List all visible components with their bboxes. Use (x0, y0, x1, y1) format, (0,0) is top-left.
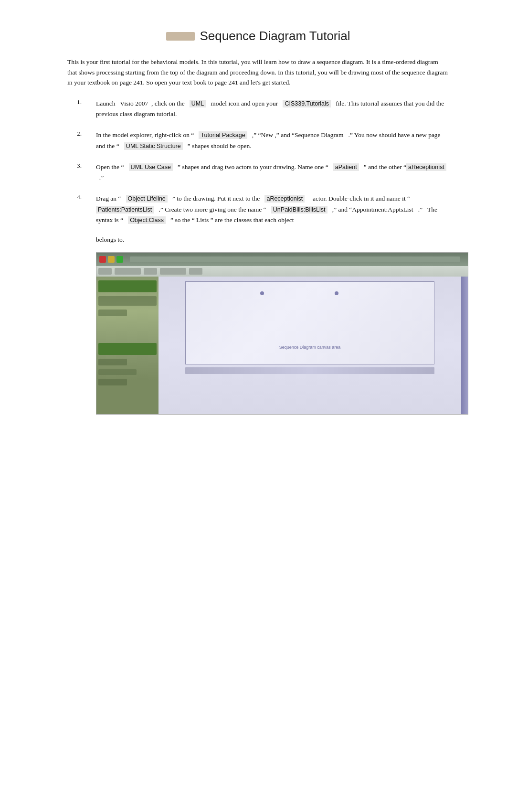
ss-status-bar (185, 367, 434, 374)
screenshot-area: Sequence Diagram canvas area (96, 252, 468, 415)
step-3: 3. Open the “ UML Use Case ” shapes and … (67, 162, 449, 183)
screenshot-bg: Sequence Diagram canvas area (96, 253, 468, 414)
ss-tool-1 (98, 268, 112, 275)
ss-toolbar (96, 266, 468, 277)
step4-unpaid-highlight: UnPaidBills:BillsList (271, 206, 327, 214)
step3-patient-highlight: aPatient (333, 163, 359, 171)
step-3-content: Open the “ UML Use Case ” shapes and dra… (96, 162, 449, 183)
ss-min-btn (108, 256, 115, 263)
step-2-content: In the model explorer, right-click on “ … (96, 130, 449, 151)
page-container: Sequence Diagram Tutorial This is your f… (39, 0, 468, 458)
ss-sidebar-item-1 (98, 280, 157, 292)
ss-dot-1 (260, 291, 264, 295)
ss-sidebar-item-4 (98, 343, 157, 355)
ss-tool-4 (160, 268, 186, 275)
step4-receptionist-highlight: aReceptionist (264, 195, 305, 203)
ss-tool-3 (144, 268, 157, 275)
ss-sidebar-item-6 (98, 369, 137, 375)
page-title: Sequence Diagram Tutorial (200, 29, 350, 43)
step3-receptionist-highlight: aReceptionist (406, 163, 446, 171)
step-1-number: 1. (77, 98, 90, 120)
step-4: 4. Drag an “ Object Lifeline ” to the dr… (67, 193, 449, 225)
step4-syntax-highlight: Object:Class (128, 216, 166, 224)
title-icon (166, 32, 195, 41)
ss-right-border (461, 277, 468, 414)
step4-patients-highlight: Patients:PatientsList (96, 206, 154, 214)
ss-max-btn (116, 256, 123, 263)
step2-package-highlight: Tutorial Package (199, 131, 247, 139)
ss-sidebar-item-3 (98, 310, 127, 316)
step-4-content: Drag an “ Object Lifeline ” to the drawi… (96, 193, 449, 225)
ss-dot-2 (335, 291, 338, 295)
ss-sidebar-item-5 (98, 359, 127, 365)
ss-sidebar-item-7 (98, 379, 127, 385)
step-1: 1. Launch Visio 2007 , click on the UML … (67, 98, 449, 120)
ss-bottom-bar (96, 414, 468, 415)
step4-lifeline-highlight: Object Lifeline (126, 195, 168, 203)
belongs-to-text: belongs to. (67, 236, 449, 244)
ss-body: Sequence Diagram canvas area (96, 277, 468, 414)
title-area: Sequence Diagram Tutorial (67, 29, 449, 43)
ss-tool-2 (115, 268, 141, 275)
intro-paragraph: This is your first tutorial for the beha… (67, 57, 449, 88)
ss-close-btn (99, 256, 106, 263)
ss-sidebar (96, 277, 158, 414)
ss-sidebar-item-2 (98, 296, 157, 306)
step-2-number: 2. (77, 130, 90, 151)
step1-file-highlight: CIS339.Tutorials (283, 100, 331, 107)
step-3-number: 3. (77, 162, 90, 183)
step1-uml-highlight: UML (190, 100, 206, 107)
ss-tool-5 (189, 268, 202, 275)
ss-canvas: Sequence Diagram canvas area (185, 281, 434, 364)
step-1-content: Launch Visio 2007 , click on the UML mod… (96, 98, 449, 120)
ss-topbar (96, 253, 468, 266)
step-2: 2. In the model explorer, right-click on… (67, 130, 449, 151)
step-4-number: 4. (77, 193, 90, 225)
step3-usecase-highlight: UML Use Case (129, 163, 173, 171)
ss-canvas-text: Sequence Diagram canvas area (279, 345, 341, 350)
step2-shapes-highlight: UML Static Structure (124, 142, 183, 150)
steps-list: 1. Launch Visio 2007 , click on the UML … (67, 98, 449, 225)
ss-main: Sequence Diagram canvas area (158, 277, 461, 414)
